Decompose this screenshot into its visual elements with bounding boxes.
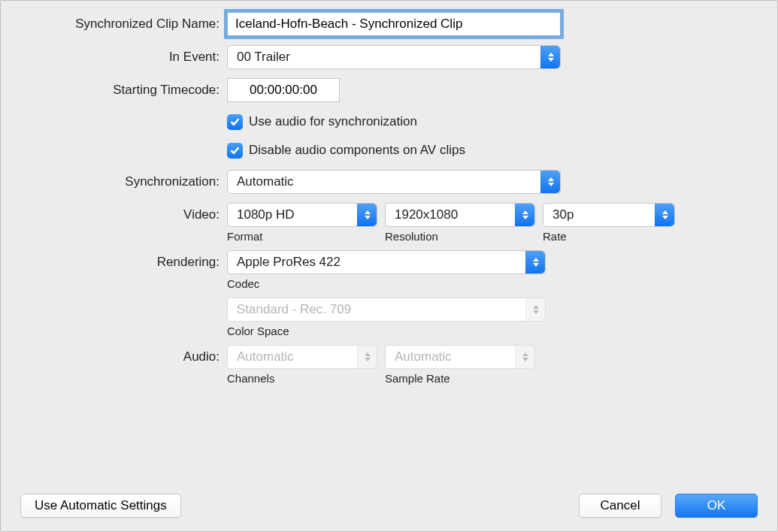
audio-channels-value: Automatic — [228, 349, 357, 364]
use-audio-sync-checkbox[interactable] — [227, 114, 243, 130]
video-rate-value: 30p — [543, 207, 655, 222]
rendering-codec-value: Apple ProRes 422 — [228, 255, 525, 270]
in-event-popup[interactable]: 00 Trailer — [227, 45, 561, 69]
disable-audio-components-label: Disable audio components on AV clips — [249, 143, 465, 158]
synchronization-popup[interactable]: Automatic — [227, 170, 561, 194]
video-format-popup[interactable]: 1080p HD — [227, 203, 377, 227]
dropdown-arrow-icon — [515, 346, 534, 368]
audio-channels-popup[interactable]: Automatic — [227, 345, 377, 369]
rendering-codec-popup[interactable]: Apple ProRes 422 — [227, 250, 546, 274]
video-format-value: 1080p HD — [228, 207, 357, 222]
label-rendering: Rendering: — [20, 250, 227, 270]
sublabel-resolution: Resolution — [385, 230, 535, 243]
sublabel-channels: Channels — [227, 372, 377, 385]
synchronization-value: Automatic — [228, 174, 540, 189]
label-in-event: In Event: — [20, 45, 227, 65]
dropdown-arrow-icon — [515, 204, 534, 226]
video-resolution-popup[interactable]: 1920x1080 — [385, 203, 535, 227]
sublabel-format: Format — [227, 230, 377, 243]
checkmark-icon — [230, 146, 240, 156]
dropdown-arrow-icon — [540, 46, 560, 68]
video-resolution-value: 1920x1080 — [386, 207, 515, 222]
sync-clip-dialog: Synchronized Clip Name: In Event: 00 Tra… — [0, 0, 778, 532]
ok-button[interactable]: OK — [675, 494, 758, 518]
use-audio-sync-label: Use audio for synchronization — [249, 114, 417, 129]
dropdown-arrow-icon — [655, 204, 674, 226]
color-space-value: Standard - Rec. 709 — [228, 302, 525, 317]
form-body: Synchronized Clip Name: In Event: 00 Tra… — [20, 12, 758, 392]
clip-name-input[interactable] — [227, 12, 561, 36]
sublabel-color-space: Color Space — [227, 325, 546, 337]
disable-audio-components-checkbox-row: Disable audio components on AV clips — [227, 140, 465, 161]
disable-audio-components-checkbox[interactable] — [227, 143, 243, 159]
use-automatic-settings-button[interactable]: Use Automatic Settings — [20, 494, 181, 518]
sublabel-rate: Rate — [543, 230, 675, 243]
label-video: Video: — [20, 203, 227, 222]
audio-sample-rate-popup[interactable]: Automatic — [385, 345, 535, 369]
dropdown-arrow-icon — [525, 298, 545, 321]
dropdown-arrow-icon — [525, 251, 545, 274]
sublabel-sample-rate: Sample Rate — [385, 372, 535, 385]
video-rate-popup[interactable]: 30p — [543, 203, 675, 227]
in-event-value: 00 Trailer — [228, 50, 540, 65]
dropdown-arrow-icon — [357, 346, 377, 368]
checkmark-icon — [230, 117, 240, 127]
use-audio-sync-checkbox-row: Use audio for synchronization — [227, 111, 417, 132]
label-clip-name: Synchronized Clip Name: — [20, 12, 227, 32]
audio-sample-rate-value: Automatic — [386, 349, 515, 364]
dropdown-arrow-icon — [357, 204, 377, 226]
starting-timecode-input[interactable] — [227, 78, 340, 102]
label-synchronization: Synchronization: — [20, 170, 227, 189]
sublabel-codec: Codec — [227, 277, 546, 290]
button-bar: Use Automatic Settings Cancel OK — [20, 494, 758, 518]
dropdown-arrow-icon — [540, 171, 560, 193]
label-audio: Audio: — [20, 345, 227, 364]
color-space-popup[interactable]: Standard - Rec. 709 — [227, 298, 546, 322]
cancel-button[interactable]: Cancel — [579, 494, 661, 518]
label-starting-timecode: Starting Timecode: — [20, 78, 227, 98]
